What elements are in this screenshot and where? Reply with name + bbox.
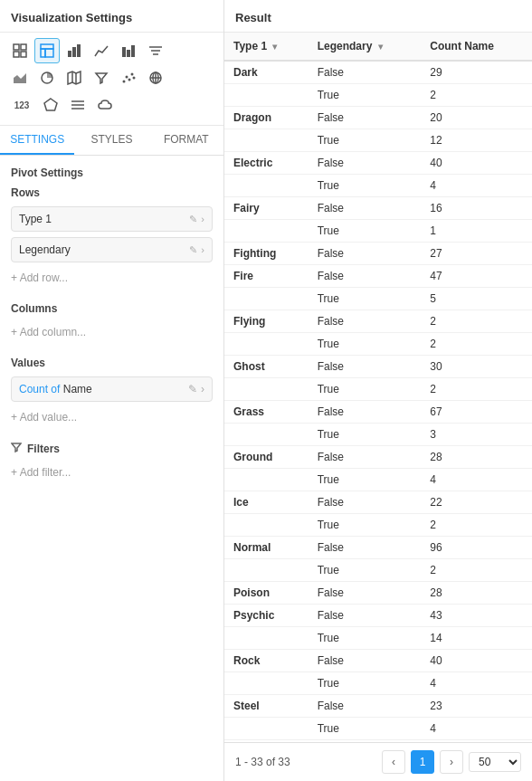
- next-page-btn[interactable]: ›: [440, 750, 463, 774]
- right-panel: Result Type 1 ▾ Legendary ▾ Count Name: [224, 0, 532, 781]
- header-row: Type 1 ▾ Legendary ▾ Count Name: [224, 33, 532, 61]
- cell-legendary: False: [309, 650, 422, 672]
- cell-count: 2: [421, 559, 532, 582]
- cell-count: 14: [421, 627, 532, 650]
- add-column-link[interactable]: + Add column...: [11, 322, 213, 342]
- col-legendary-label: Legendary: [318, 40, 373, 52]
- cell-type1: Poison: [224, 582, 309, 605]
- prev-page-btn[interactable]: ‹: [382, 750, 405, 774]
- cell-type1: Flying: [224, 310, 309, 333]
- filters-header: Filters: [11, 442, 213, 455]
- per-page-select[interactable]: 50: [469, 752, 521, 772]
- cell-count: 28: [421, 446, 532, 469]
- edit-icon-2[interactable]: ✎: [189, 244, 197, 256]
- cell-count: 16: [421, 197, 532, 220]
- cell-count: 3: [421, 424, 532, 446]
- filter2-icon[interactable]: [89, 65, 114, 90]
- tab-format[interactable]: FORMAT: [149, 126, 223, 155]
- cell-count: 2: [421, 310, 532, 333]
- svg-point-22: [126, 76, 128, 79]
- value-item-count-name[interactable]: Count of Name ✎ ›: [11, 376, 213, 402]
- line-chart-icon[interactable]: [89, 38, 114, 63]
- add-row-link[interactable]: + Add row...: [11, 268, 213, 288]
- edit-icon[interactable]: ✎: [189, 214, 197, 225]
- cell-count: 29: [421, 61, 532, 84]
- table-row: True4: [224, 672, 532, 695]
- table-row: ElectricFalse40: [224, 152, 532, 175]
- cell-legendary: True: [309, 220, 422, 243]
- number-icon[interactable]: 123: [7, 92, 36, 118]
- table-row: GhostFalse30: [224, 356, 532, 378]
- tab-styles[interactable]: STYLES: [74, 126, 148, 155]
- cell-legendary: False: [309, 310, 422, 333]
- cell-legendary: False: [309, 61, 422, 84]
- edit-icon-3[interactable]: ✎: [188, 383, 197, 395]
- scatter-icon[interactable]: [116, 65, 141, 90]
- value-item-icons: ✎ ›: [188, 383, 204, 395]
- row-item-type1[interactable]: Type 1 ✎ ›: [11, 206, 213, 232]
- funnel-icon[interactable]: [143, 38, 168, 63]
- cell-count: 43: [421, 605, 532, 627]
- cell-type1: Ice: [224, 491, 309, 514]
- row-item-legendary-icons: ✎ ›: [189, 244, 204, 256]
- cell-type1: Fairy: [224, 197, 309, 220]
- col-type1[interactable]: Type 1 ▾: [224, 33, 309, 61]
- cloud-icon[interactable]: [92, 92, 118, 118]
- chevron-icon-3[interactable]: ›: [201, 383, 204, 395]
- pivot-icon[interactable]: [34, 38, 60, 63]
- table-row: True14: [224, 627, 532, 650]
- cell-type1: [224, 559, 309, 582]
- pie-chart-icon[interactable]: [34, 65, 60, 90]
- list-icon[interactable]: [65, 92, 90, 118]
- bar-chart-icon[interactable]: [62, 38, 87, 63]
- cell-type1: [224, 514, 309, 537]
- cell-count: 2: [421, 84, 532, 107]
- table-row: True2: [224, 333, 532, 356]
- cell-count: 28: [421, 582, 532, 605]
- col-legendary[interactable]: Legendary ▾: [309, 33, 422, 61]
- column-chart-icon[interactable]: [116, 38, 141, 63]
- cell-legendary: False: [309, 401, 422, 424]
- tab-settings[interactable]: SETTINGS: [0, 126, 74, 155]
- row-item-legendary[interactable]: Legendary ✎ ›: [11, 237, 213, 262]
- pagination: 1 - 33 of 33 ‹ 1 › 50: [224, 742, 532, 781]
- cell-legendary: True: [309, 333, 422, 356]
- add-filter-link[interactable]: + Add filter...: [11, 462, 213, 482]
- cell-count: 22: [421, 491, 532, 514]
- cell-type1: [224, 424, 309, 446]
- cell-legendary: False: [309, 491, 422, 514]
- cell-legendary: False: [309, 107, 422, 129]
- cell-legendary: True: [309, 559, 422, 582]
- table-row: GrassFalse67: [224, 401, 532, 424]
- cell-type1: [224, 288, 309, 310]
- area-chart-icon[interactable]: [7, 65, 33, 90]
- svg-point-25: [133, 77, 136, 80]
- current-page-btn[interactable]: 1: [411, 750, 434, 774]
- svg-rect-12: [131, 45, 135, 57]
- cell-count: 4: [421, 718, 532, 740]
- chevron-icon-2[interactable]: ›: [201, 244, 204, 256]
- table-container[interactable]: Type 1 ▾ Legendary ▾ Count Name DarkFals…: [224, 33, 532, 742]
- map-icon[interactable]: [62, 65, 87, 90]
- chevron-icon[interactable]: ›: [201, 214, 204, 225]
- network-icon[interactable]: [143, 65, 168, 90]
- cell-legendary: False: [309, 265, 422, 288]
- sort-arrow-type1: ▾: [272, 42, 277, 52]
- cell-type1: [224, 175, 309, 197]
- cell-count: 27: [421, 243, 532, 265]
- table-row: FightingFalse27: [224, 243, 532, 265]
- filters-section: Filters + Add filter...: [11, 442, 213, 482]
- row-item-type1-label: Type 1: [19, 213, 189, 225]
- svg-rect-7: [68, 51, 71, 57]
- table-icon[interactable]: [7, 38, 33, 63]
- count-of-text: Count of: [19, 383, 60, 395]
- cell-type1: [224, 378, 309, 401]
- cell-type1: Ground: [224, 446, 309, 469]
- add-value-link[interactable]: + Add value...: [11, 407, 213, 427]
- cell-type1: Electric: [224, 152, 309, 175]
- pentagon-icon[interactable]: [38, 92, 63, 118]
- col-count-name-label: Count Name: [430, 40, 494, 52]
- cell-count: 4: [421, 469, 532, 491]
- table-row: True2: [224, 559, 532, 582]
- cell-count: 1: [421, 220, 532, 243]
